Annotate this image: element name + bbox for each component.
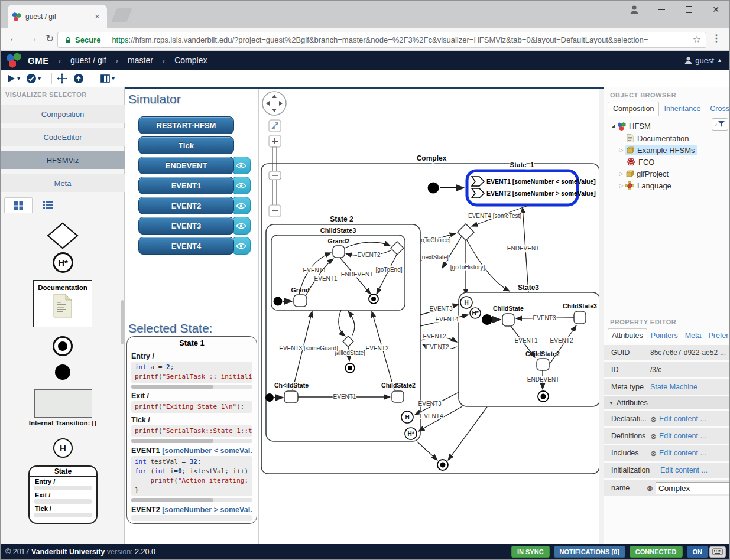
transition-s2-final[interactable] [417,442,437,460]
meta-type-link[interactable]: State Machine [650,383,697,391]
tab-inheritance[interactable]: Inheritance [659,102,705,116]
tree-item-example-hfsms[interactable]: ▷ Example HFSMs [604,144,730,156]
clear-icon[interactable]: ⊗ [647,484,653,493]
visualizer-item-hfsmviz[interactable]: HFSMViz [1,151,125,169]
state-state1[interactable] [467,171,577,205]
profile-icon[interactable] [621,1,648,18]
forward-icon[interactable]: → [28,32,38,44]
tick-button[interactable]: Tick [138,136,234,154]
browser-tab[interactable]: guest / gif ✕ [8,5,107,28]
canvas-scrollbar[interactable] [599,89,604,544]
palette-internal-transition-shape[interactable] [34,389,92,418]
tree-item-hfsm[interactable]: ◢ HFSM [604,120,730,132]
tab-preferences[interactable]: Preferences [705,329,730,343]
caret-collapsed-icon[interactable]: ▷ [617,183,625,188]
initial-state-state3[interactable] [482,314,492,325]
pan-compass[interactable] [262,92,286,115]
endevent-button[interactable]: ENDEVENT [138,157,234,174]
exit-code[interactable]: printf("Exiting State 1\n"); [131,401,252,413]
clear-icon[interactable]: ⊗ [650,449,657,458]
state-childstate-s3[interactable] [502,314,514,326]
part-browser-list-tab[interactable] [34,197,62,213]
event2-button[interactable]: EVENT2 [138,197,234,214]
event1-button[interactable]: EVENT1 [138,177,234,194]
url-input[interactable]: Secure https://hfsm.rcps.isis.vanderbilt… [57,32,706,48]
palette-choice-shape[interactable] [47,222,79,249]
zoom-out-button[interactable] [269,205,281,217]
visualizer-item-meta[interactable]: Meta [1,174,125,192]
tab-close-icon[interactable]: ✕ [92,12,102,22]
palette-documentation-shape[interactable]: Documentation [33,280,92,327]
upload-button[interactable] [73,73,84,84]
visualizer-item-codeeditor[interactable]: CodeEditor [1,128,125,146]
state-childstate[interactable] [284,391,298,403]
commit-button[interactable]: ▾ [26,73,41,84]
state-childstate2-s3[interactable] [537,359,549,370]
initial-state-childstate3[interactable] [274,297,283,306]
choice-pseudostate-top[interactable] [458,224,474,240]
edit-content-link[interactable]: Edit content ... [660,466,708,474]
event1-eye-button[interactable] [232,177,251,194]
caret-expanded-icon[interactable]: ◢ [609,123,617,129]
event4-button[interactable]: EVENT4 [138,237,234,255]
tick-code-scrollbar[interactable] [131,439,252,443]
state1-internal-transition-2[interactable]: EVENT2 [someNumber > someValue] [486,190,596,197]
move-mode-icon[interactable] [57,73,67,84]
fit-button[interactable] [269,120,281,132]
zoom-slider-handle[interactable] [269,171,281,180]
breadcrumb-branch[interactable]: master [128,56,153,65]
visualizer-item-composition[interactable]: Composition [1,105,125,123]
breadcrumb-project[interactable]: guest / gif [70,56,106,65]
minimize-button[interactable] [648,1,675,18]
caret-collapsed-icon[interactable]: ▷ [617,171,625,177]
tick-code[interactable]: printf("SerialTask::State 1::tick( [131,425,252,437]
event3-eye-button[interactable] [232,217,251,235]
back-icon[interactable]: ← [9,32,19,44]
event3-button[interactable]: EVENT3 [138,217,234,235]
tab-crosscut[interactable]: Crosscut [705,102,730,116]
restart-hfsm-button[interactable]: RESTART-HFSM [138,116,234,134]
endevent-eye-button[interactable] [232,157,251,174]
notifications-badge[interactable]: NOTIFICATIONS [0] [554,546,625,558]
tab-meta[interactable]: Meta [682,329,705,343]
brand-label[interactable]: GME [28,56,49,66]
entry-code[interactable]: int a = 2; printf("SerialTask :: initial… [131,362,252,383]
reload-icon[interactable]: ↻ [46,32,54,45]
close-button[interactable]: ✕ [702,1,729,18]
attributes-section-header[interactable]: ▼ Attributes [604,396,730,409]
palette-state-shape[interactable]: State Entry / Exit / Tick / [28,465,98,524]
palette-deep-history-shape[interactable]: H* [53,252,73,273]
state-grand2[interactable] [333,246,345,258]
sync-status-badge[interactable]: IN SYNC [511,546,550,558]
name-input[interactable] [656,482,730,494]
part-browser-grid-tab[interactable] [4,197,33,213]
state-grand[interactable] [294,295,307,307]
clear-icon[interactable]: ⊗ [650,415,657,424]
initial-state-top[interactable] [428,183,439,194]
tab-composition[interactable]: Composition [608,102,659,116]
state1-internal-transition-1[interactable]: EVENT1 [someNumber < someValue] [486,178,596,185]
tree-item-language[interactable]: ▷ Language [604,180,730,191]
keyboard-button[interactable] [709,546,726,558]
user-menu[interactable]: guest ▲ [684,56,722,65]
event1-code-scrollbar[interactable] [131,498,252,502]
tree-item-documentation[interactable]: Documentation [604,132,730,144]
tab-attributes[interactable]: Attributes [608,328,647,343]
bookmark-star-icon[interactable]: ☆ [693,34,701,45]
edit-content-link[interactable]: Edit content ... [659,449,706,457]
new-tab-button[interactable] [111,8,132,22]
event1-code[interactable]: int testVal = 32; for (int i=0; i<testVa… [131,456,252,496]
state-childstate3-s3[interactable] [574,311,586,324]
run-button[interactable]: ▾ [7,73,20,84]
caret-collapsed-icon[interactable]: ▷ [617,147,625,153]
edit-content-link[interactable]: Edit content ... [659,415,706,423]
browser-menu-icon[interactable]: ⋮ [712,32,721,44]
diagram-canvas[interactable]: Complex State_1 EVENT1 [someNumber < som… [259,87,604,544]
palette-end-state-shape[interactable] [53,336,73,356]
zoom-in-button[interactable] [269,135,281,147]
state-childstate2[interactable] [392,391,404,402]
layout-button[interactable]: ▾ [100,73,115,84]
palette-history-shape[interactable]: H [53,438,73,458]
connection-status-badge[interactable]: CONNECTED [630,546,683,558]
maximize-button[interactable] [675,1,702,18]
